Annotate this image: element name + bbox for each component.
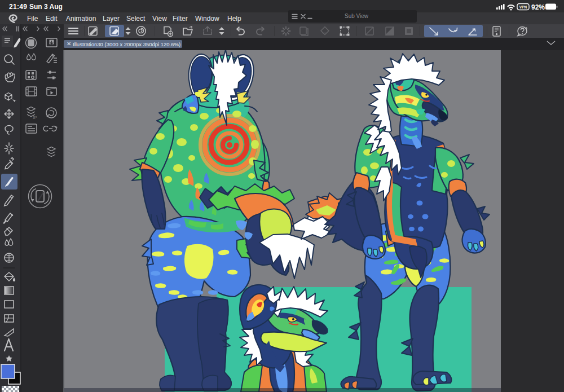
svg-text:Xº: Xº (33, 116, 37, 120)
svg-text:92%: 92% (531, 3, 545, 11)
svg-text:VPN: VPN (519, 5, 527, 9)
